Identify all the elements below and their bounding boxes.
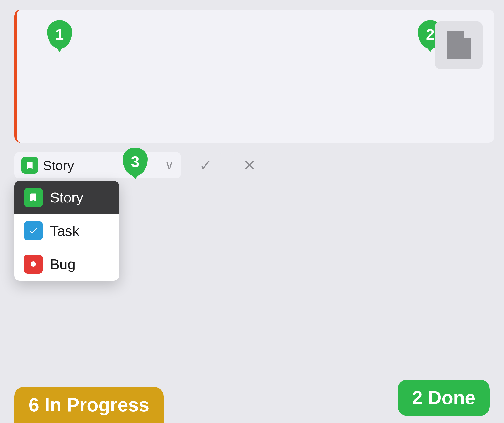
file-icon-container[interactable]	[435, 21, 483, 69]
bookmark-icon	[25, 161, 35, 170]
badge-2-number: 2	[426, 26, 434, 43]
story-option-label: Story	[50, 189, 83, 206]
bug-option-label: Bug	[50, 256, 75, 272]
type-selector-row: Story 3 ∨ ✓ ✕	[14, 152, 494, 178]
badge-1-shape: 1	[47, 20, 72, 49]
in-progress-text: 6 In Progress	[29, 394, 149, 415]
chevron-down-icon: ∨	[165, 159, 174, 172]
main-card: 1 2	[14, 10, 494, 143]
badge-1-number: 1	[55, 26, 64, 43]
confirm-button[interactable]: ✓	[187, 153, 225, 177]
badge-3: 3	[123, 147, 148, 176]
dropdown-item-story[interactable]: Story	[14, 181, 119, 214]
story-option-icon	[24, 188, 43, 207]
done-text: 2 Done	[412, 387, 475, 409]
close-icon: ✕	[243, 157, 256, 174]
checkmark-task-icon	[28, 226, 39, 236]
svg-point-0	[31, 261, 36, 267]
bookmark-icon-story	[28, 192, 39, 203]
task-option-icon	[24, 221, 43, 240]
badge-1: 1	[45, 19, 74, 50]
task-option-label: Task	[50, 223, 79, 239]
bug-option-icon	[24, 255, 43, 274]
story-type-icon	[21, 157, 38, 174]
bug-icon	[28, 259, 39, 269]
type-selector[interactable]: Story 3 ∨	[14, 152, 181, 178]
dropdown-item-bug[interactable]: Bug	[14, 247, 119, 281]
cancel-button[interactable]: ✕	[230, 153, 269, 177]
type-dropdown-menu: Story Task Bug	[14, 181, 119, 281]
checkmark-icon: ✓	[199, 157, 212, 174]
dropdown-item-task[interactable]: Task	[14, 214, 119, 247]
in-progress-badge: 6 In Progress	[14, 387, 163, 423]
file-icon	[447, 31, 471, 59]
done-badge: 2 Done	[398, 380, 490, 416]
badge-3-number: 3	[131, 153, 139, 170]
badge-3-shape: 3	[123, 147, 148, 176]
